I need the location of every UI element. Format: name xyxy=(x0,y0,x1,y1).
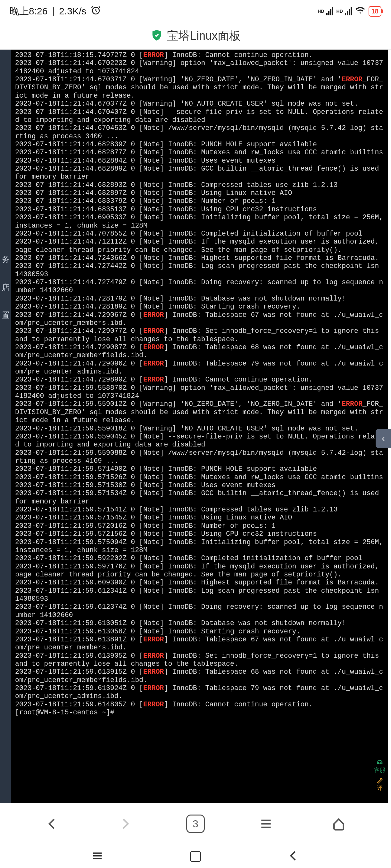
status-sep: | xyxy=(52,6,55,17)
wifi-icon xyxy=(355,5,365,18)
log-line: 2023-07-18T11:21:44.682893Z 0 [Note] Inn… xyxy=(15,181,384,189)
log-line: 2023-07-18T11:21:59.613915Z 0 [ERROR] In… xyxy=(15,668,384,684)
status-time: 晚上8:26 xyxy=(9,5,48,18)
tab-count-button[interactable]: 3 xyxy=(186,814,205,833)
log-line: 2023-07-18T11:21:44.712112Z 0 [Note] Inn… xyxy=(15,238,384,254)
hd-label-2: HD xyxy=(337,9,343,14)
log-line: 2023-07-18T11:21:44.670371Z 0 [Warning] … xyxy=(15,75,384,100)
log-line: 2023-07-18T11:21:44.727442Z 0 [Note] Inn… xyxy=(15,262,384,278)
log-line: 2023-07-18T11:21:44.670223Z 0 [Warning] … xyxy=(15,59,384,75)
log-line: 2023-07-18T11:21:44.670453Z 0 [Note] /ww… xyxy=(15,124,384,141)
system-nav xyxy=(0,845,391,868)
side-collapse-tab[interactable]: ‹ xyxy=(375,429,391,448)
log-line: 2023-07-18T11:21:44.729096Z 0 [ERROR] In… xyxy=(15,360,384,376)
signal-icon-2 xyxy=(345,7,352,16)
review-label: 评 xyxy=(377,784,383,792)
log-line: 2023-07-18T11:21:59.571534Z 0 [Note] Inn… xyxy=(15,489,384,506)
log-line: 2023-07-18T11:21:44.682897Z 0 [Note] Inn… xyxy=(15,189,384,197)
tab-count-value: 3 xyxy=(193,818,198,830)
log-line: 2023-07-18T11:21:59.571490Z 0 [Note] Inn… xyxy=(15,465,384,473)
log-line: 2023-07-18T11:21:44.682877Z 0 [Note] Inn… xyxy=(15,149,384,156)
log-line: 2023-07-18T11:21:44.729890Z 0 [ERROR] In… xyxy=(15,376,384,384)
sys-back-button[interactable] xyxy=(287,849,300,864)
log-line: 2023-07-18T11:21:59.559088Z 0 [Note] /ww… xyxy=(15,449,384,465)
sys-recents-button[interactable] xyxy=(91,849,104,864)
log-line: 2023-07-18T11:21:44.728179Z 0 [Note] Inn… xyxy=(15,295,384,303)
battery-indicator: 18 xyxy=(368,6,381,17)
log-line: 2023-07-18T11:21:44.683513Z 0 [Note] Inn… xyxy=(15,206,384,214)
nav-forward-button[interactable] xyxy=(114,813,136,835)
log-line: 2023-07-18T11:21:44.670407Z 0 [Note] --s… xyxy=(15,108,384,124)
sidebar-item-2[interactable]: 置 xyxy=(2,310,9,320)
nav-menu-button[interactable] xyxy=(255,813,277,835)
title-bar: 宝塔Linux面板 xyxy=(0,22,391,50)
log-line: 2023-07-18T11:21:59.559045Z 0 [Note] --s… xyxy=(15,433,384,449)
cs-label: 客服 xyxy=(374,766,386,774)
log-line: 2023-07-18T11:21:44.727479Z 0 [Note] Inn… xyxy=(15,278,384,295)
log-line: 2023-07-18T11:21:59.571526Z 0 [Note] Inn… xyxy=(15,473,384,482)
log-line: 2023-07-18T11:21:59.613905Z 0 [ERROR] In… xyxy=(15,652,384,668)
battery-level: 18 xyxy=(371,8,379,15)
log-line: 2023-07-18T11:21:59.592202Z 0 [Note] Inn… xyxy=(15,554,384,562)
log-line: 2023-07-18T11:21:44.690533Z 0 [Note] Inn… xyxy=(15,214,384,230)
signal-icon-1 xyxy=(326,7,333,16)
log-line: 2023-07-18T11:21:44.729087Z 0 [ERROR] In… xyxy=(15,343,384,360)
log-line: [root@VM-8-15-centos ~]# xyxy=(15,709,384,717)
sidebar-item-0[interactable]: 务 xyxy=(2,254,9,265)
status-speed: 2.3K/s xyxy=(59,6,86,17)
log-line: 2023-07-18T11:21:59.572156Z 0 [Note] Inn… xyxy=(15,530,384,538)
log-line: 2023-07-18T11:21:59.612374Z 0 [Note] Inn… xyxy=(15,603,384,619)
log-line: 2023-07-18T11:21:59.597176Z 0 [Note] Inn… xyxy=(15,563,384,579)
review-button[interactable]: 评 xyxy=(372,776,388,792)
alarm-icon xyxy=(91,5,101,18)
status-left: 晚上8:26 | 2.3K/s xyxy=(9,5,101,18)
log-line: 2023-07-18T11:21:59.609390Z 0 [Note] Inn… xyxy=(15,579,384,587)
status-right: HD HD 18 xyxy=(317,5,381,18)
log-line: 2023-07-18T11:21:59.613058Z 0 [Note] Inn… xyxy=(15,628,384,636)
bt-shield-icon xyxy=(150,29,163,43)
log-line: 2023-07-18T11:21:59.559012Z 0 [Warning] … xyxy=(15,400,384,425)
log-line: 2023-07-18T11:21:44.729067Z 0 [ERROR] In… xyxy=(15,311,384,328)
main-content: 务 店 置 2023-07-18T11:18:15.749727Z 0 [ERR… xyxy=(0,50,391,803)
nav-home-button[interactable] xyxy=(328,813,350,835)
nav-back-button[interactable] xyxy=(41,813,63,835)
log-line: 2023-07-18T11:18:15.749727Z 0 [ERROR] In… xyxy=(15,51,384,59)
log-line: 2023-07-18T11:21:59.614805Z 0 [ERROR] In… xyxy=(15,701,384,709)
log-line: 2023-07-18T11:21:59.571530Z 0 [Note] Inn… xyxy=(15,482,384,489)
log-line: 2023-07-18T11:21:59.575094Z 0 [Note] Inn… xyxy=(15,538,384,555)
log-line: 2023-07-18T11:21:44.728189Z 0 [Note] Inn… xyxy=(15,303,384,311)
log-line: 2023-07-18T11:21:59.559018Z 0 [Warning] … xyxy=(15,425,384,433)
customer-service-button[interactable]: 客服 xyxy=(372,758,388,774)
log-line: 2023-07-18T11:21:44.670377Z 0 [Warning] … xyxy=(15,100,384,108)
log-line: 2023-07-18T11:21:44.683379Z 0 [Note] Inn… xyxy=(15,197,384,205)
log-line: 2023-07-18T11:21:44.682889Z 0 [Note] Inn… xyxy=(15,165,384,181)
terminal-output[interactable]: 2023-07-18T11:18:15.749727Z 0 [ERROR] In… xyxy=(11,50,388,803)
log-line: 2023-07-18T11:21:44.724366Z 0 [Note] Inn… xyxy=(15,254,384,262)
log-line: 2023-07-18T11:21:59.612341Z 0 [Note] Inn… xyxy=(15,587,384,603)
log-line: 2023-07-18T11:21:59.572016Z 0 [Note] Inn… xyxy=(15,522,384,530)
browser-nav: 3 xyxy=(0,803,391,845)
page-title: 宝塔Linux面板 xyxy=(167,28,241,44)
log-line: 2023-07-18T11:21:44.682884Z 0 [Note] Inn… xyxy=(15,157,384,165)
log-line: 2023-07-18T11:21:59.613891Z 0 [ERROR] In… xyxy=(15,636,384,652)
chevron-left-icon: ‹ xyxy=(382,433,385,443)
log-line: 2023-07-18T11:21:59.613051Z 0 [Note] Inn… xyxy=(15,619,384,627)
sidebar[interactable]: 务 店 置 xyxy=(0,50,11,803)
sidebar-item-1[interactable]: 店 xyxy=(2,282,9,292)
log-line: 2023-07-18T11:21:59.571541Z 0 [Note] Inn… xyxy=(15,506,384,514)
log-line: 2023-07-18T11:21:44.729077Z 0 [ERROR] In… xyxy=(15,327,384,343)
log-line: 2023-07-18T11:21:44.682839Z 0 [Note] Inn… xyxy=(15,141,384,149)
hd-label-1: HD xyxy=(317,9,324,14)
log-line: 2023-07-18T11:21:59.571545Z 0 [Note] Inn… xyxy=(15,514,384,522)
log-line: 2023-07-18T11:21:59.558870Z 0 [Warning] … xyxy=(15,384,384,400)
sys-home-button[interactable] xyxy=(190,851,201,862)
status-bar: 晚上8:26 | 2.3K/s HD HD 18 xyxy=(0,0,391,22)
log-line: 2023-07-18T11:21:44.707855Z 0 [Note] Inn… xyxy=(15,230,384,238)
float-buttons: 客服 评 xyxy=(371,758,388,792)
log-line: 2023-07-18T11:21:59.613924Z 0 [ERROR] In… xyxy=(15,684,384,701)
